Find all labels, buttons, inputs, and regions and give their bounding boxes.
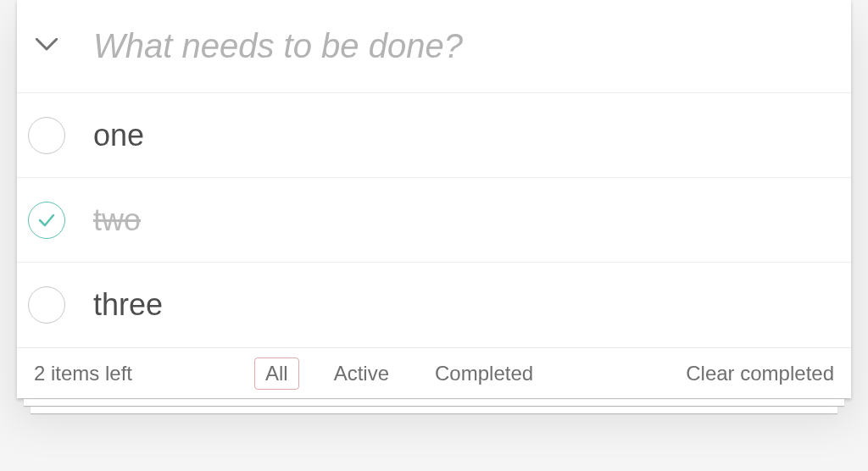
todo-label[interactable]: one bbox=[76, 118, 834, 153]
todo-item: two bbox=[17, 178, 851, 263]
filter-active[interactable]: Active bbox=[323, 357, 400, 390]
todo-label[interactable]: three bbox=[76, 287, 834, 323]
checkbox-circle bbox=[28, 286, 65, 324]
todo-item: three bbox=[17, 263, 851, 347]
todo-app: one two three 2 items left All Active Co bbox=[17, 0, 851, 398]
filter-completed[interactable]: Completed bbox=[424, 357, 544, 390]
toggle-checkbox[interactable] bbox=[17, 263, 76, 347]
filter-group: All Active Completed bbox=[254, 357, 686, 390]
toggle-checkbox[interactable] bbox=[17, 93, 76, 177]
toggle-checkbox[interactable] bbox=[17, 178, 76, 262]
checkbox-circle bbox=[28, 117, 65, 154]
footer: 2 items left All Active Completed Clear … bbox=[17, 347, 851, 398]
todo-list: one two three bbox=[17, 93, 851, 347]
todo-item: one bbox=[17, 93, 851, 178]
card-stack-decoration bbox=[31, 407, 837, 413]
filter-all[interactable]: All bbox=[254, 357, 299, 390]
checkmark-icon bbox=[36, 210, 57, 230]
header bbox=[17, 0, 851, 93]
checkbox-circle bbox=[28, 202, 65, 239]
items-left-count: 2 items left bbox=[34, 362, 254, 385]
new-todo-input[interactable] bbox=[76, 0, 851, 92]
toggle-all-button[interactable] bbox=[17, 0, 76, 92]
clear-completed-button[interactable]: Clear completed bbox=[686, 362, 834, 385]
chevron-down-icon bbox=[36, 38, 58, 55]
card-stack-decoration bbox=[24, 399, 844, 406]
todo-label[interactable]: two bbox=[76, 202, 834, 238]
